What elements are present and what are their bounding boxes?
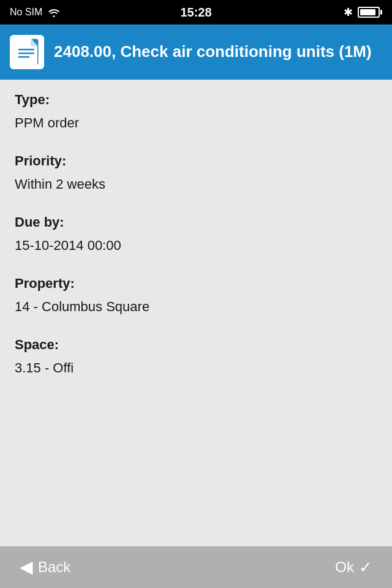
- bottom-bar: ◀ Back Ok ✓: [0, 546, 392, 588]
- status-bar-right: ✱: [344, 6, 382, 19]
- document-icon: [15, 39, 39, 66]
- field-due-by: Due by: 15-10-2014 00:00: [0, 202, 392, 263]
- type-value: PPM order: [15, 115, 377, 131]
- page-header: 2408.00, Check air conditioning units (1…: [0, 24, 392, 80]
- priority-value: Within 2 weeks: [15, 176, 377, 192]
- battery-icon: [358, 7, 382, 18]
- back-arrow-icon: ◀: [20, 559, 33, 576]
- bluetooth-icon: ✱: [344, 6, 353, 19]
- status-bar-left: No SIM: [10, 7, 61, 18]
- ok-check-icon: ✓: [359, 558, 372, 577]
- property-label: Property:: [15, 276, 377, 292]
- due-by-value: 15-10-2014 00:00: [15, 238, 377, 254]
- content-area: Type: PPM order Priority: Within 2 weeks…: [0, 80, 392, 546]
- space-label: Space:: [15, 337, 377, 353]
- back-label: Back: [38, 559, 70, 576]
- wifi-icon: [47, 7, 61, 17]
- field-property: Property: 14 - Columbus Square: [0, 263, 392, 325]
- space-value: 3.15 - Offi: [15, 360, 377, 376]
- field-priority: Priority: Within 2 weeks: [0, 141, 392, 202]
- page-title: 2408.00, Check air conditioning units (1…: [54, 42, 372, 62]
- ok-button[interactable]: Ok ✓: [335, 558, 372, 577]
- due-by-label: Due by:: [15, 214, 377, 230]
- status-bar: No SIM 15:28 ✱: [0, 0, 392, 24]
- ok-label: Ok: [335, 559, 354, 576]
- field-space: Space: 3.15 - Offi: [0, 325, 392, 386]
- type-label: Type:: [15, 92, 377, 108]
- document-icon-container: [10, 35, 44, 69]
- status-bar-time: 15:28: [180, 6, 211, 20]
- property-value: 14 - Columbus Square: [15, 299, 377, 315]
- field-type: Type: PPM order: [0, 80, 392, 141]
- priority-label: Priority:: [15, 153, 377, 169]
- back-button[interactable]: ◀ Back: [20, 559, 70, 576]
- carrier-label: No SIM: [10, 7, 42, 18]
